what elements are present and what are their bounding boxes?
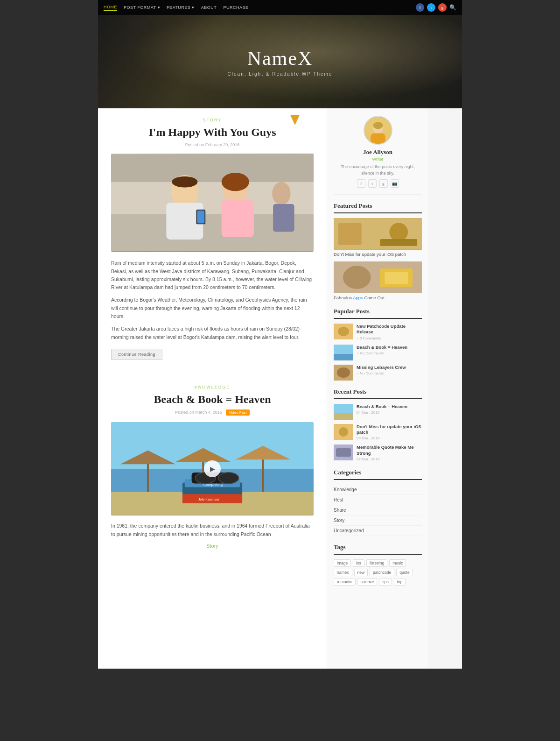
tag-tips[interactable]: tips	[379, 578, 392, 586]
site-title: NameX	[247, 47, 313, 70]
recent-date-3: 02 Mar , 2016	[357, 457, 422, 461]
post-1: STORY I'm Happy With You Guys Posted on …	[111, 118, 314, 369]
recent-posts-title: Recent Posts	[334, 388, 422, 399]
site-subtitle: Clean, Light & Readable WP Theme	[228, 71, 333, 77]
nav-post-format[interactable]: POST FORMAT ▾	[124, 5, 160, 10]
content-area: STORY I'm Happy With You Guys Posted on …	[98, 108, 327, 669]
popular-thumb-1	[334, 324, 353, 339]
recent-item-3: Memorable Quote Make Me Strong 02 Mar , …	[334, 445, 422, 461]
author-role: Writer	[372, 157, 384, 162]
author-twitter-link[interactable]: t	[368, 179, 377, 188]
post2-image: Completing John Grisham ▶	[111, 422, 314, 515]
author-social: f t g 📷	[357, 179, 399, 188]
recent-title-2[interactable]: Don't Miss for update your iOS patch	[357, 424, 422, 436]
popular-comments-1: ○ 3 Comments	[357, 336, 422, 340]
googleplus-icon[interactable]: g	[438, 3, 447, 12]
categories-title: Categories	[334, 469, 422, 480]
svg-point-47	[337, 367, 350, 378]
recent-title-3[interactable]: Memorable Quote Make Me Strong	[357, 445, 422, 456]
featured-post-image-2[interactable]	[334, 261, 422, 293]
post1-body: Rain of medium intensity started at abou…	[111, 259, 314, 341]
main-layout: STORY I'm Happy With You Guys Posted on …	[98, 108, 462, 669]
featured-apps-link[interactable]: Apps	[353, 295, 363, 300]
nav-links: HOME POST FORMAT ▾ FEATURES ▾ ABOUT PURC…	[104, 5, 248, 11]
featured-post-caption-2: Faboulus Apps Come Out	[334, 295, 422, 300]
category-knowledge[interactable]: Knowledge	[334, 485, 422, 495]
video-badge: Video Post	[226, 409, 250, 416]
recent-date-2: 03 Mar , 2016	[357, 436, 422, 440]
author-instagram-link[interactable]: 📷	[391, 179, 399, 188]
post2-category: KNOWLEDGE	[111, 385, 314, 389]
recent-posts-section: Recent Posts Beach & Book = Heaven 04 Ma…	[334, 388, 422, 461]
hero-banner: NameX Clean, Light & Readable WP Theme	[98, 15, 462, 108]
post1-title: I'm Happy With You Guys	[111, 125, 314, 140]
tag-namex[interactable]: namex	[334, 569, 352, 576]
svg-text:John Grisham: John Grisham	[198, 497, 219, 501]
search-icon[interactable]: 🔍	[449, 4, 456, 11]
svg-rect-8	[197, 211, 204, 224]
recent-thumb-2	[334, 424, 353, 440]
popular-title-1[interactable]: New Patchcode Update Release	[357, 324, 422, 335]
tag-patchcode[interactable]: patchcode	[370, 569, 394, 576]
svg-rect-1	[111, 155, 314, 182]
tags-section: Tags image ios listening music namex new…	[334, 543, 422, 586]
recent-item-2: Don't Miss for update your iOS patch 03 …	[334, 424, 422, 441]
author-googleplus-link[interactable]: g	[379, 179, 388, 188]
tag-trip[interactable]: trip	[394, 578, 406, 586]
recent-thumb-1	[334, 404, 353, 420]
svg-rect-6	[222, 200, 254, 237]
popular-title-2[interactable]: Beach & Book = Heaven	[357, 345, 407, 350]
nav-features[interactable]: FEATURES ▾	[167, 5, 195, 10]
tag-listening[interactable]: listening	[366, 559, 387, 567]
tag-quote[interactable]: quote	[396, 569, 413, 576]
categories-section: Categories Knowledge Rest Share Story Un…	[334, 469, 422, 536]
popular-title-3[interactable]: Missing Lebayers Crew	[357, 365, 406, 370]
popular-posts-title: Popular Posts	[334, 308, 422, 319]
featured-posts-title: Featured Posts	[334, 202, 422, 213]
nav-home[interactable]: HOME	[104, 5, 117, 11]
nav-about[interactable]: ABOUT	[201, 5, 217, 10]
featured-posts-section: Featured Posts Don't Miss for update you…	[334, 202, 422, 300]
featured-post-image-1[interactable]	[334, 218, 422, 250]
category-rest[interactable]: Rest	[334, 495, 422, 505]
facebook-icon[interactable]: f	[416, 3, 424, 12]
svg-point-12	[172, 176, 197, 188]
category-share[interactable]: Share	[334, 505, 422, 515]
category-uncategorized[interactable]: Uncategorized	[334, 526, 422, 536]
svg-rect-45	[334, 354, 353, 360]
popular-item-3: Missing Lebayers Crew ○ No Comments	[334, 365, 422, 381]
post2-title: Beach & Book = Heaven	[111, 392, 314, 407]
popular-comments-3: ○ No Comments	[357, 371, 406, 375]
category-story[interactable]: Story	[334, 515, 422, 526]
twitter-icon[interactable]: t	[427, 3, 435, 12]
popular-comments-2: ○ No Comments	[357, 351, 407, 355]
author-bio: The encourage of the posts every night, …	[334, 164, 422, 176]
svg-rect-53	[336, 448, 351, 457]
tag-romantic[interactable]: romantic	[334, 578, 356, 586]
author-box: Joe Allyson Writer The encourage of the …	[334, 116, 422, 195]
tag-science[interactable]: science	[357, 578, 378, 586]
featured-post-caption-1: Don't Miss for update your iOS patch	[334, 252, 422, 257]
svg-point-39	[343, 266, 371, 289]
svg-point-11	[222, 173, 249, 191]
post1-category: STORY	[111, 118, 314, 122]
play-button[interactable]: ▶	[204, 460, 221, 477]
author-facebook-link[interactable]: f	[357, 179, 365, 188]
recent-title-1[interactable]: Beach & Book = Heaven	[357, 404, 407, 409]
svg-rect-10	[273, 204, 294, 232]
post-2: KNOWLEDGE Beach & Book = Heaven Posted o…	[111, 385, 314, 538]
bookmark-icon	[290, 115, 300, 125]
story-tag-bottom: Story	[111, 543, 314, 549]
continue-reading-button[interactable]: Continue Reading	[111, 349, 162, 360]
popular-item-2: Beach & Book = Heaven ○ No Comments	[334, 345, 422, 360]
tag-new[interactable]: new	[354, 569, 368, 576]
popular-item-1: New Patchcode Update Release ○ 3 Comment…	[334, 324, 422, 340]
tag-music[interactable]: music	[389, 559, 406, 567]
post2-date: Posted on March 4, 2016 Video Post	[111, 409, 314, 416]
tag-ios[interactable]: ios	[353, 559, 364, 567]
svg-rect-49	[334, 413, 353, 420]
tag-image[interactable]: image	[334, 559, 351, 567]
navbar: HOME POST FORMAT ▾ FEATURES ▾ ABOUT PURC…	[98, 0, 462, 15]
svg-point-36	[389, 223, 408, 241]
nav-purchase[interactable]: PURCHASE	[223, 5, 248, 10]
